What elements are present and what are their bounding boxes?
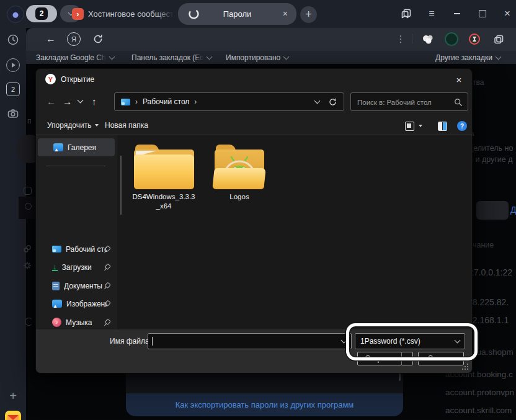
bg-row-fragment: 88.225.82. <box>468 297 509 307</box>
bookmark-other[interactable]: Другие закладки <box>435 53 500 63</box>
history-button[interactable] <box>0 34 26 46</box>
bg-gear-icon <box>23 261 32 270</box>
new-tab-button[interactable]: + <box>300 6 317 23</box>
tab-active-label: Пароли <box>178 9 296 19</box>
menu-icon: ≡ <box>429 8 434 19</box>
bookmark-label: Импортировано <box>226 53 280 62</box>
window-close-button[interactable]: × <box>500 6 515 21</box>
bg-arc-icon <box>25 318 33 326</box>
breadcrumb-chevron[interactable]: › <box>194 97 197 106</box>
sidebar-item-documents[interactable]: Документы <box>36 277 117 295</box>
extensions-button[interactable] <box>491 32 506 47</box>
green-extension-icon <box>445 32 458 46</box>
extension-green-button[interactable] <box>444 32 459 47</box>
tab-inactive-favicon[interactable]: › <box>72 8 84 20</box>
yandex-mail-button[interactable] <box>0 411 26 420</box>
filename-input[interactable] <box>148 333 352 349</box>
dialog-forward-button[interactable]: → <box>63 96 72 107</box>
tab-close-icon[interactable]: × <box>283 9 288 19</box>
search-icon <box>454 98 463 107</box>
dialog-title: Открытие <box>61 75 94 84</box>
browser-menu-button[interactable]: ≡ <box>424 6 439 21</box>
tab-inactive[interactable]: Хостинговое сообщество <box>88 9 174 19</box>
bookmark-label: Другие закладки <box>435 53 492 62</box>
bg-scrollbar-thumb[interactable] <box>399 373 401 381</box>
view-mode-button[interactable] <box>405 122 414 131</box>
extension-timer-button[interactable] <box>467 32 482 47</box>
bookmark-label: Закладки Google Ch <box>36 53 106 62</box>
sidebar-scrollbar-thumb[interactable] <box>120 156 122 215</box>
tab-groups-icon <box>401 8 412 19</box>
bg-link-icon <box>23 244 32 253</box>
bg-text-fragment: делитель но <box>469 144 513 153</box>
history-clock-icon <box>7 34 19 46</box>
sidebar-item-music[interactable]: ♪ Музыка <box>36 313 117 329</box>
new-folder-button[interactable]: Новая папка <box>105 121 148 130</box>
chevron-down-icon <box>496 54 502 60</box>
bg-row-fragment: eua.shopm <box>472 347 514 357</box>
bg-row-fragment: account.protonvpn <box>445 388 514 397</box>
yandex-home-button[interactable]: Я <box>67 32 81 46</box>
dialog-search-box[interactable] <box>350 92 468 111</box>
maximize-button[interactable] <box>475 6 490 21</box>
organize-button[interactable]: Упорядочить <box>47 121 99 130</box>
desktop-icon <box>121 99 130 105</box>
tabs-panel-button[interactable]: 2 <box>0 83 26 96</box>
dialog-back-button[interactable]: ← <box>47 96 56 107</box>
dialog-up-button[interactable]: ↑ <box>92 96 97 107</box>
dialog-recent-locations-button[interactable] <box>78 97 84 104</box>
dialog-close-button[interactable]: × <box>452 73 466 86</box>
folder-icon <box>134 145 194 189</box>
gallery-icon: ▲ <box>53 143 63 151</box>
bookmark-folder-panel[interactable]: Панель закладок (Ec <box>131 53 211 63</box>
screenshot-button[interactable] <box>0 107 26 120</box>
address-more-button[interactable]: ⋮ <box>394 32 407 47</box>
chevron-down-icon <box>207 54 213 60</box>
breadcrumb-dropdown-chevron[interactable] <box>314 98 321 104</box>
bg-column-fragment: чание <box>473 241 494 249</box>
tab-groups-button[interactable] <box>399 6 414 21</box>
dots-vertical-icon: ⋮ <box>396 34 406 45</box>
text-caret <box>152 337 153 346</box>
view-mode-dropdown[interactable] <box>419 125 422 127</box>
export-help-banner[interactable]: Как экспортировать пароли из других прог… <box>126 393 403 416</box>
profile-avatar[interactable] <box>7 6 24 23</box>
refresh-icon <box>92 34 104 45</box>
resize-grip[interactable] <box>461 364 468 371</box>
preview-pane-button[interactable] <box>438 122 447 131</box>
tab-active[interactable]: Пароли × <box>178 3 296 25</box>
chevron-down-icon <box>283 54 290 60</box>
dialog-search-input[interactable] <box>356 95 452 110</box>
bookmark-folder-google[interactable]: Закладки Google Ch <box>36 53 114 63</box>
video-player-button[interactable] <box>0 58 26 72</box>
help-button[interactable]: ? <box>457 121 467 131</box>
bookmarks-bar: Закладки Google Ch Панель закладок (Ec И… <box>26 51 516 64</box>
export-help-link[interactable]: Как экспортировать пароли из других прог… <box>176 400 354 409</box>
refresh-button[interactable] <box>91 32 105 47</box>
plus-icon: + <box>9 389 17 403</box>
sidebar-item-desktop[interactable]: Рабочий сто <box>36 240 117 258</box>
minimize-icon <box>454 13 460 14</box>
sidebar-item-gallery[interactable]: ▲ Галерея <box>38 138 115 156</box>
pin-icon <box>102 318 112 328</box>
file-tile-ds4windows[interactable]: DS4Windows_3.3.3_x64 <box>129 145 198 211</box>
file-name: Logos <box>211 192 267 202</box>
sidebar-add-button[interactable]: + <box>0 388 26 403</box>
back-button[interactable]: ← <box>43 32 58 47</box>
tab-counter-button[interactable]: 2 <box>26 5 57 22</box>
sidebar-item-downloads[interactable]: ↓ Загрузки <box>36 258 117 276</box>
sidebar-item-pictures[interactable]: ▲ Изображени <box>36 295 117 313</box>
yandex-logo-icon: Y <box>45 74 56 84</box>
minimize-button[interactable] <box>450 6 465 21</box>
file-tile-logos[interactable]: Logos <box>211 145 267 202</box>
dialog-title-bar[interactable]: Y Открытие × <box>36 69 472 89</box>
pin-icon <box>102 281 112 292</box>
extension-blob-button[interactable] <box>420 32 435 47</box>
address-breadcrumb-bar[interactable]: › Рабочий стол › <box>114 92 344 111</box>
bg-text-fragment: Д <box>510 205 516 215</box>
breadcrumb-location[interactable]: Рабочий стол <box>143 97 189 106</box>
dialog-refresh-icon[interactable] <box>328 97 337 107</box>
bg-modal-panel: Как экспортировать пароли из других прог… <box>126 372 403 416</box>
bookmark-folder-imported[interactable]: Импортировано <box>226 53 288 63</box>
file-list-pane[interactable]: DS4Windows_3.3.3_x64 Logos <box>117 135 471 329</box>
